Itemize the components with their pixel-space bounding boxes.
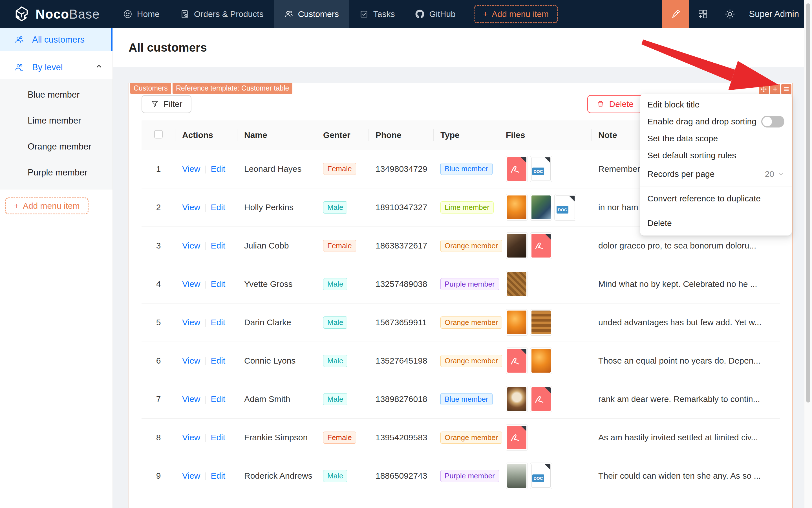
view-link[interactable]: View	[182, 203, 200, 212]
filter-button[interactable]: Filter	[141, 95, 191, 113]
type-tag: Orange member	[440, 316, 502, 329]
ui-editor-button[interactable]	[662, 0, 689, 28]
edit-link[interactable]: Edit	[211, 356, 225, 365]
view-link[interactable]: View	[182, 394, 200, 404]
pdf-file-icon[interactable]	[530, 232, 552, 259]
nav-item-home[interactable]: Home	[113, 0, 170, 28]
edit-link[interactable]: Edit	[211, 318, 225, 327]
menu-icon	[783, 86, 790, 92]
column-header-files: Files	[499, 120, 591, 150]
sidebar-item-blue-member[interactable]: Blue member	[0, 82, 112, 108]
menu-item-edit-block-title[interactable]: Edit block title	[640, 96, 792, 113]
nav-item-github[interactable]: GitHub	[405, 0, 465, 28]
edit-link[interactable]: Edit	[211, 164, 225, 173]
pdf-file-icon[interactable]	[506, 347, 528, 374]
chevron-up-icon[interactable]	[95, 62, 103, 73]
menu-item-records-per-page[interactable]: Records per page 20	[640, 164, 792, 184]
doc-file-icon[interactable]: DOC	[530, 156, 552, 182]
image-attachment-thumbnail[interactable]	[530, 309, 552, 336]
image-attachment-thumbnail[interactable]	[506, 194, 528, 221]
nav-item-orders-products[interactable]: Orders & Products	[170, 0, 274, 28]
pdf-file-icon[interactable]	[506, 156, 528, 182]
type-cell: Orange member	[434, 418, 499, 457]
edit-link[interactable]: Edit	[211, 203, 225, 212]
gender-tag: Male	[323, 278, 347, 290]
sidebar-add-menu-item-button[interactable]: + Add menu item	[5, 198, 89, 214]
gender-tag: Male	[323, 201, 347, 214]
view-link[interactable]: View	[182, 318, 200, 327]
name-cell: Yvette Gross	[237, 265, 316, 303]
image-attachment-thumbnail[interactable]	[530, 347, 552, 374]
menu-item-convert-reference[interactable]: Convert reference to duplicate	[640, 188, 792, 209]
type-tag: Purple member	[440, 470, 499, 482]
nav-add-menu-item-button[interactable]: + Add menu item	[473, 5, 558, 23]
move-icon	[760, 86, 767, 92]
image-attachment-thumbnail[interactable]	[530, 194, 552, 221]
files-cell	[499, 303, 591, 342]
block-settings-button[interactable]	[781, 84, 792, 94]
view-link[interactable]: View	[182, 433, 200, 442]
name-cell: Adam Smith	[237, 380, 316, 418]
add-block-button[interactable]	[770, 84, 780, 94]
drag-sorting-toggle[interactable]	[761, 116, 784, 127]
type-tag: Lime member	[440, 201, 494, 214]
gender-cell: Male	[316, 457, 369, 495]
image-attachment-thumbnail[interactable]	[506, 463, 528, 489]
type-cell: Purple member	[434, 457, 499, 495]
delete-button[interactable]: Delete	[587, 95, 643, 113]
settings-button[interactable]	[716, 0, 743, 28]
edit-link[interactable]: Edit	[211, 433, 225, 442]
edit-link[interactable]: Edit	[211, 279, 225, 289]
drag-handle-button[interactable]	[759, 84, 769, 94]
view-link[interactable]: View	[182, 471, 200, 480]
column-header-actions: Actions	[175, 120, 237, 150]
sidebar-group-by-level[interactable]: By level	[0, 56, 112, 79]
image-attachment-thumbnail[interactable]	[506, 232, 528, 259]
edit-link[interactable]: Edit	[211, 471, 225, 480]
sidebar-item-all-customers[interactable]: All customers	[0, 28, 112, 51]
image-attachment-thumbnail[interactable]	[506, 309, 528, 336]
nav-item-label: Home	[137, 9, 160, 19]
sidebar-item-lime-member[interactable]: Lime member	[0, 108, 112, 134]
view-link[interactable]: View	[182, 279, 200, 289]
type-cell: Orange member	[434, 303, 499, 342]
menu-item-set-data-scope[interactable]: Set the data scope	[640, 130, 792, 147]
image-attachment-thumbnail[interactable]	[506, 386, 528, 412]
view-link[interactable]: View	[182, 164, 200, 173]
user-menu[interactable]: Super Admin	[743, 0, 812, 28]
sidebar-item-label: All customers	[32, 35, 85, 45]
records-per-page-select[interactable]: 20	[765, 169, 784, 179]
nav-item-customers[interactable]: Customers	[274, 0, 349, 28]
sidebar-item-purple-member[interactable]: Purple member	[0, 160, 112, 185]
row-actions-cell: ViewEdit	[175, 150, 237, 188]
edit-link[interactable]: Edit	[211, 394, 225, 404]
image-attachment-thumbnail[interactable]	[506, 271, 528, 297]
phone-cell: 18910347327	[369, 188, 434, 226]
view-link[interactable]: View	[182, 356, 200, 365]
block-templates-button[interactable]	[689, 0, 716, 28]
gear-icon	[724, 8, 735, 20]
scrollbar-thumb[interactable]	[806, 3, 810, 403]
row-actions-cell: ViewEdit	[175, 418, 237, 457]
sidebar-item-orange-member[interactable]: Orange member	[0, 134, 112, 160]
gender-cell: Male	[316, 342, 369, 380]
menu-item-delete-block[interactable]: Delete	[640, 213, 792, 233]
table-row: 4 ViewEdit Yvette Gross Male 13257489038…	[141, 265, 780, 303]
pdf-file-icon[interactable]	[506, 424, 528, 451]
menu-item-set-default-sorting[interactable]: Set default sorting rules	[640, 147, 792, 164]
nav-item-tasks[interactable]: Tasks	[349, 0, 405, 28]
note-cell: Their could can widen ten she any. As so…	[591, 457, 780, 495]
select-all-checkbox[interactable]	[154, 130, 163, 138]
gender-cell: Male	[316, 188, 369, 226]
gender-tag: Male	[323, 316, 347, 329]
nav-item-label: Tasks	[373, 9, 395, 19]
files-cell	[499, 342, 591, 380]
menu-item-enable-drag-sorting[interactable]: Enable drag and drop sorting	[640, 113, 792, 130]
doc-file-icon[interactable]: DOC	[530, 463, 552, 489]
edit-link[interactable]: Edit	[211, 241, 225, 250]
doc-file-icon[interactable]: DOC	[554, 194, 576, 221]
pdf-file-icon[interactable]	[530, 386, 552, 412]
view-link[interactable]: View	[182, 241, 200, 250]
gender-cell: Male	[316, 303, 369, 342]
nocobase-logo[interactable]: NocoBase	[0, 0, 113, 28]
